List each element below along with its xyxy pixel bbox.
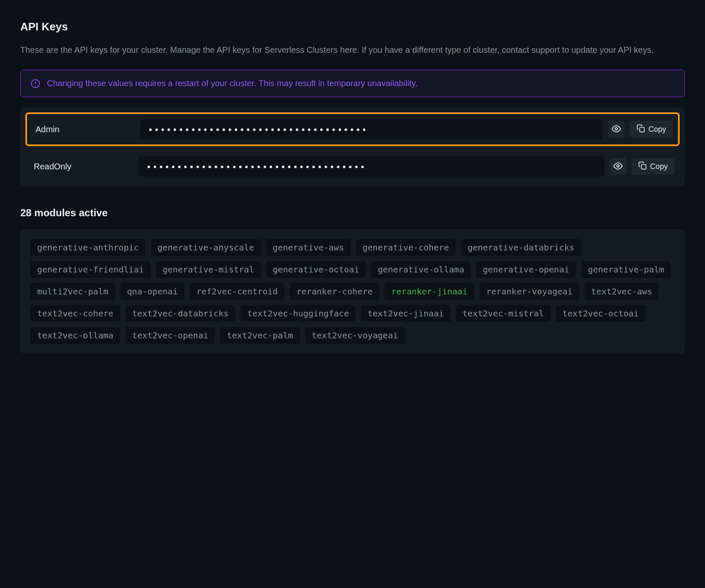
module-chip[interactable]: generative-openai <box>476 261 576 278</box>
reveal-button[interactable] <box>608 121 625 138</box>
api-key-row: Admin●●●●●●●●●●●●●●●●●●●●●●●●●●●●●●●●●●●… <box>25 112 680 146</box>
module-chip[interactable]: generative-friendliai <box>30 261 151 278</box>
module-chip[interactable]: reranker-jinaai <box>384 283 474 300</box>
api-keys-section: API Keys These are the API keys for your… <box>20 20 685 187</box>
module-chip[interactable]: reranker-voyageai <box>479 283 580 300</box>
module-chip[interactable]: generative-octoai <box>266 261 366 278</box>
module-chip[interactable]: generative-aws <box>266 239 351 256</box>
svg-point-3 <box>615 128 618 130</box>
module-chip[interactable]: generative-cohere <box>356 239 456 256</box>
module-chip[interactable]: text2vec-databricks <box>125 305 236 322</box>
module-chip[interactable]: qna-openai <box>120 283 185 300</box>
api-key-label: Admin <box>32 125 133 134</box>
module-chip[interactable]: text2vec-palm <box>220 327 300 344</box>
module-chip[interactable]: generative-anthropic <box>30 239 146 256</box>
module-chip[interactable]: generative-ollama <box>371 261 471 278</box>
svg-rect-4 <box>640 127 644 132</box>
module-chip[interactable]: text2vec-voyageai <box>305 327 405 344</box>
api-keys-container: Admin●●●●●●●●●●●●●●●●●●●●●●●●●●●●●●●●●●●… <box>20 107 685 187</box>
module-chip[interactable]: generative-anyscale <box>151 239 261 256</box>
module-chip[interactable]: ref2vec-centroid <box>190 283 285 300</box>
modules-section: 28 modules active generative-anthropicge… <box>20 207 685 354</box>
copy-button[interactable]: Copy <box>630 121 673 138</box>
module-chip[interactable]: text2vec-cohere <box>30 305 120 322</box>
copy-button-label: Copy <box>648 125 666 134</box>
module-chip[interactable]: text2vec-huggingface <box>240 305 356 322</box>
module-chip[interactable]: text2vec-openai <box>125 327 215 344</box>
module-chip[interactable]: text2vec-aws <box>585 283 659 300</box>
svg-point-5 <box>617 165 619 167</box>
alert-banner: Changing these values requires a restart… <box>20 70 685 97</box>
module-chip[interactable]: generative-palm <box>581 261 671 278</box>
api-keys-heading: API Keys <box>20 20 685 33</box>
copy-button-label: Copy <box>650 162 668 171</box>
module-chip[interactable]: reranker-cohere <box>290 283 380 300</box>
api-key-value-field[interactable]: ●●●●●●●●●●●●●●●●●●●●●●●●●●●●●●●●●●●● <box>139 156 604 177</box>
alert-icon <box>31 79 40 88</box>
modules-list: generative-anthropicgenerative-anyscaleg… <box>30 239 675 344</box>
eye-icon <box>612 124 621 135</box>
api-key-field-wrapper: ●●●●●●●●●●●●●●●●●●●●●●●●●●●●●●●●●●●●Copy <box>139 156 675 177</box>
module-chip[interactable]: text2vec-octoai <box>556 305 646 322</box>
reveal-button[interactable] <box>610 158 626 175</box>
api-key-row: ReadOnly●●●●●●●●●●●●●●●●●●●●●●●●●●●●●●●●… <box>25 151 680 182</box>
module-chip[interactable]: text2vec-jinaai <box>361 305 451 322</box>
api-keys-description: These are the API keys for your cluster.… <box>20 44 685 56</box>
api-key-field-wrapper: ●●●●●●●●●●●●●●●●●●●●●●●●●●●●●●●●●●●●Copy <box>140 119 673 139</box>
api-key-label: ReadOnly <box>30 162 132 172</box>
module-chip[interactable]: multi2vec-palm <box>30 283 115 300</box>
module-chip[interactable]: text2vec-mistral <box>456 305 551 322</box>
modules-container: generative-anthropicgenerative-anyscaleg… <box>20 229 685 354</box>
copy-button[interactable]: Copy <box>632 158 675 175</box>
alert-text: Changing these values requires a restart… <box>47 79 417 88</box>
modules-heading: 28 modules active <box>20 207 685 219</box>
copy-icon <box>638 161 647 172</box>
module-chip[interactable]: generative-databricks <box>461 239 581 256</box>
module-chip[interactable]: generative-mistral <box>156 261 261 278</box>
module-chip[interactable]: text2vec-ollama <box>30 327 120 344</box>
api-key-value-field[interactable]: ●●●●●●●●●●●●●●●●●●●●●●●●●●●●●●●●●●●● <box>140 119 603 139</box>
copy-icon <box>637 124 645 135</box>
eye-icon <box>613 161 623 172</box>
svg-rect-6 <box>641 164 646 169</box>
